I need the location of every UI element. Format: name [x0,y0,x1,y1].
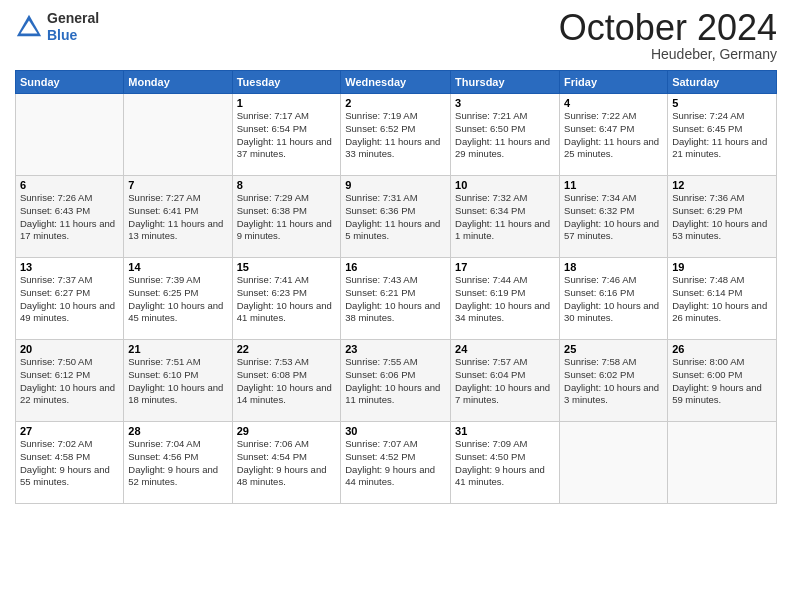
day-cell: 23Sunrise: 7:55 AMSunset: 6:06 PMDayligh… [341,340,451,422]
day-number: 15 [237,261,337,273]
day-cell: 12Sunrise: 7:36 AMSunset: 6:29 PMDayligh… [668,176,777,258]
logo-general: General [47,10,99,26]
day-cell: 29Sunrise: 7:06 AMSunset: 4:54 PMDayligh… [232,422,341,504]
day-cell: 5Sunrise: 7:24 AMSunset: 6:45 PMDaylight… [668,94,777,176]
week-row-3: 13Sunrise: 7:37 AMSunset: 6:27 PMDayligh… [16,258,777,340]
month-title: October 2024 [559,10,777,46]
day-number: 6 [20,179,119,191]
day-cell: 10Sunrise: 7:32 AMSunset: 6:34 PMDayligh… [451,176,560,258]
day-info: Sunrise: 7:29 AMSunset: 6:38 PMDaylight:… [237,192,337,243]
weekday-header-thursday: Thursday [451,71,560,94]
day-cell: 26Sunrise: 8:00 AMSunset: 6:00 PMDayligh… [668,340,777,422]
day-cell: 15Sunrise: 7:41 AMSunset: 6:23 PMDayligh… [232,258,341,340]
day-cell: 11Sunrise: 7:34 AMSunset: 6:32 PMDayligh… [560,176,668,258]
day-info: Sunrise: 7:19 AMSunset: 6:52 PMDaylight:… [345,110,446,161]
weekday-header-monday: Monday [124,71,232,94]
day-info: Sunrise: 7:46 AMSunset: 6:16 PMDaylight:… [564,274,663,325]
weekday-header-wednesday: Wednesday [341,71,451,94]
day-cell [16,94,124,176]
day-number: 18 [564,261,663,273]
day-info: Sunrise: 7:37 AMSunset: 6:27 PMDaylight:… [20,274,119,325]
day-number: 26 [672,343,772,355]
day-cell: 3Sunrise: 7:21 AMSunset: 6:50 PMDaylight… [451,94,560,176]
day-info: Sunrise: 7:22 AMSunset: 6:47 PMDaylight:… [564,110,663,161]
day-info: Sunrise: 7:55 AMSunset: 6:06 PMDaylight:… [345,356,446,407]
day-cell: 2Sunrise: 7:19 AMSunset: 6:52 PMDaylight… [341,94,451,176]
day-number: 1 [237,97,337,109]
day-info: Sunrise: 7:53 AMSunset: 6:08 PMDaylight:… [237,356,337,407]
day-number: 23 [345,343,446,355]
day-cell: 28Sunrise: 7:04 AMSunset: 4:56 PMDayligh… [124,422,232,504]
day-info: Sunrise: 7:32 AMSunset: 6:34 PMDaylight:… [455,192,555,243]
day-number: 21 [128,343,227,355]
day-number: 30 [345,425,446,437]
day-number: 17 [455,261,555,273]
day-info: Sunrise: 7:17 AMSunset: 6:54 PMDaylight:… [237,110,337,161]
day-number: 9 [345,179,446,191]
day-cell: 14Sunrise: 7:39 AMSunset: 6:25 PMDayligh… [124,258,232,340]
logo-text: General Blue [47,10,99,44]
day-cell: 7Sunrise: 7:27 AMSunset: 6:41 PMDaylight… [124,176,232,258]
day-cell: 30Sunrise: 7:07 AMSunset: 4:52 PMDayligh… [341,422,451,504]
day-cell: 13Sunrise: 7:37 AMSunset: 6:27 PMDayligh… [16,258,124,340]
day-number: 13 [20,261,119,273]
day-info: Sunrise: 7:06 AMSunset: 4:54 PMDaylight:… [237,438,337,489]
day-cell: 1Sunrise: 7:17 AMSunset: 6:54 PMDaylight… [232,94,341,176]
day-number: 31 [455,425,555,437]
weekday-header-row: SundayMondayTuesdayWednesdayThursdayFrid… [16,71,777,94]
day-info: Sunrise: 7:58 AMSunset: 6:02 PMDaylight:… [564,356,663,407]
day-info: Sunrise: 7:48 AMSunset: 6:14 PMDaylight:… [672,274,772,325]
day-cell: 19Sunrise: 7:48 AMSunset: 6:14 PMDayligh… [668,258,777,340]
day-cell: 6Sunrise: 7:26 AMSunset: 6:43 PMDaylight… [16,176,124,258]
day-number: 8 [237,179,337,191]
day-cell: 21Sunrise: 7:51 AMSunset: 6:10 PMDayligh… [124,340,232,422]
day-cell: 9Sunrise: 7:31 AMSunset: 6:36 PMDaylight… [341,176,451,258]
day-number: 28 [128,425,227,437]
day-cell: 8Sunrise: 7:29 AMSunset: 6:38 PMDaylight… [232,176,341,258]
day-info: Sunrise: 7:39 AMSunset: 6:25 PMDaylight:… [128,274,227,325]
day-info: Sunrise: 7:04 AMSunset: 4:56 PMDaylight:… [128,438,227,489]
day-info: Sunrise: 7:09 AMSunset: 4:50 PMDaylight:… [455,438,555,489]
day-number: 2 [345,97,446,109]
day-info: Sunrise: 7:24 AMSunset: 6:45 PMDaylight:… [672,110,772,161]
day-cell: 22Sunrise: 7:53 AMSunset: 6:08 PMDayligh… [232,340,341,422]
day-cell: 25Sunrise: 7:58 AMSunset: 6:02 PMDayligh… [560,340,668,422]
day-number: 14 [128,261,227,273]
day-cell: 27Sunrise: 7:02 AMSunset: 4:58 PMDayligh… [16,422,124,504]
day-number: 22 [237,343,337,355]
header: General Blue October 2024 Heudeber, Germ… [15,10,777,62]
day-number: 7 [128,179,227,191]
day-info: Sunrise: 7:41 AMSunset: 6:23 PMDaylight:… [237,274,337,325]
day-info: Sunrise: 7:57 AMSunset: 6:04 PMDaylight:… [455,356,555,407]
day-info: Sunrise: 7:50 AMSunset: 6:12 PMDaylight:… [20,356,119,407]
day-info: Sunrise: 7:44 AMSunset: 6:19 PMDaylight:… [455,274,555,325]
day-number: 10 [455,179,555,191]
week-row-2: 6Sunrise: 7:26 AMSunset: 6:43 PMDaylight… [16,176,777,258]
day-number: 24 [455,343,555,355]
day-info: Sunrise: 7:27 AMSunset: 6:41 PMDaylight:… [128,192,227,243]
day-info: Sunrise: 7:51 AMSunset: 6:10 PMDaylight:… [128,356,227,407]
day-cell: 24Sunrise: 7:57 AMSunset: 6:04 PMDayligh… [451,340,560,422]
day-cell [560,422,668,504]
week-row-1: 1Sunrise: 7:17 AMSunset: 6:54 PMDaylight… [16,94,777,176]
day-number: 4 [564,97,663,109]
day-info: Sunrise: 7:34 AMSunset: 6:32 PMDaylight:… [564,192,663,243]
day-cell: 4Sunrise: 7:22 AMSunset: 6:47 PMDaylight… [560,94,668,176]
day-info: Sunrise: 7:26 AMSunset: 6:43 PMDaylight:… [20,192,119,243]
day-number: 19 [672,261,772,273]
day-cell [124,94,232,176]
day-number: 16 [345,261,446,273]
day-info: Sunrise: 8:00 AMSunset: 6:00 PMDaylight:… [672,356,772,407]
day-cell [668,422,777,504]
location: Heudeber, Germany [559,46,777,62]
logo-blue: Blue [47,27,77,43]
logo-icon [15,13,43,41]
day-cell: 31Sunrise: 7:09 AMSunset: 4:50 PMDayligh… [451,422,560,504]
weekday-header-friday: Friday [560,71,668,94]
logo: General Blue [15,10,99,44]
weekday-header-sunday: Sunday [16,71,124,94]
weekday-header-saturday: Saturday [668,71,777,94]
day-info: Sunrise: 7:31 AMSunset: 6:36 PMDaylight:… [345,192,446,243]
week-row-5: 27Sunrise: 7:02 AMSunset: 4:58 PMDayligh… [16,422,777,504]
weekday-header-tuesday: Tuesday [232,71,341,94]
